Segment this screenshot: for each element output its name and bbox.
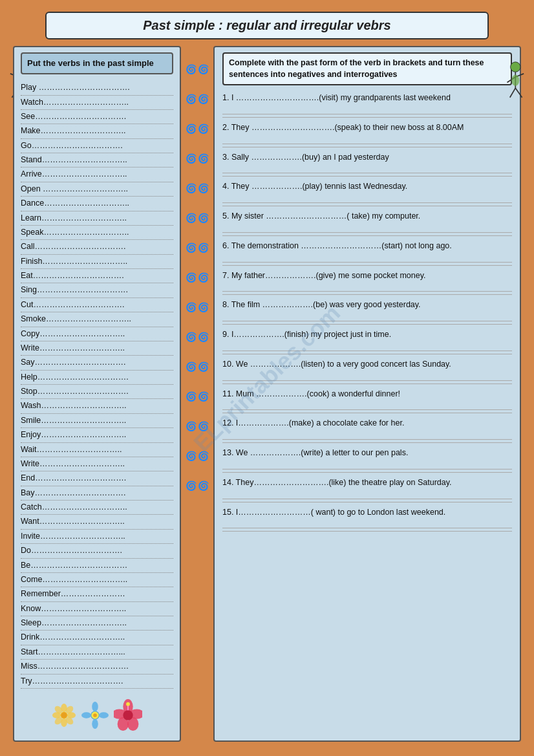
sentence-text: 8. The film ……………….(be) was very good ye…: [222, 299, 512, 311]
verb-list-item: Call…………………………….: [21, 240, 173, 254]
blank-line: [222, 194, 512, 203]
verb-list-item: Do…………………………….: [21, 544, 173, 558]
spiral-icon: 🌀: [198, 124, 209, 134]
sentence-item: 14. They……………………….(like) the theatre pla…: [222, 477, 512, 502]
verb-list-item: Write…………………………..: [21, 341, 173, 356]
sentence-text: 14. They……………………….(like) the theatre pla…: [222, 477, 512, 489]
svg-point-30: [93, 713, 97, 717]
sentence-text: 11. Mum ……………….(cook) a wonderful dinner…: [222, 388, 512, 400]
spiral-icon: 🌀: [186, 391, 197, 402]
verb-list: Play …………………………….Watch…………………………..See…………: [21, 81, 173, 689]
spiral-pair: 🌀🌀: [186, 302, 209, 312]
spiral-icon: 🌀: [198, 362, 209, 372]
spiral-icon: 🌀: [198, 213, 209, 223]
spiral-icon: 🌀: [186, 183, 197, 193]
sentence-text: 6. The demonstration …………………………(start) n…: [222, 240, 512, 252]
spiral-pair: 🌀🌀: [186, 362, 209, 372]
blank-line: [222, 490, 512, 499]
spiral-icon: 🌀: [198, 332, 209, 342]
verb-list-item: Try…………………………….: [21, 675, 173, 689]
verb-list-item: Catch…………………………..: [21, 501, 173, 515]
spiral-icon: 🌀: [198, 183, 209, 193]
spiral-icon: 🌀: [186, 213, 197, 223]
blank-line: [222, 312, 512, 321]
sentence-item: 12. I……………….(make) a chocolate cake for …: [222, 417, 512, 443]
verb-list-item: Drink…………………………..: [21, 631, 173, 645]
spiral-icon: 🌀: [186, 272, 197, 283]
verb-list-item: Enjoy…………………………..: [21, 428, 173, 442]
verb-list-item: Bay…………………………….: [21, 486, 173, 501]
verb-list-item: Wait…………………………..: [21, 443, 173, 457]
sentence-text: 4. They ……………….(play) tennis last Wednes…: [222, 180, 512, 193]
sentence-text: 2. They ………………………….(speak) to their new …: [222, 122, 512, 134]
spiral-pair: 🌀🌀: [186, 64, 209, 74]
spiral-icon: 🌀: [198, 94, 209, 104]
verb-list-item: Sleep…………………………..: [21, 616, 173, 631]
spiral-pair: 🌀🌀: [186, 153, 209, 164]
verb-list-item: Come…………………………..: [21, 573, 173, 587]
verb-list-item: Stand…………………………..: [21, 153, 173, 167]
verb-list-item: Arrive…………………………..: [21, 167, 173, 182]
verb-list-item: Say…………………………….: [21, 356, 173, 370]
spiral-pair: 🌀🌀: [186, 421, 209, 431]
verb-list-item: Be………………………………: [21, 559, 173, 573]
svg-point-38: [126, 702, 130, 706]
sentence-item: 7. My father……………….(give) me some pocket…: [222, 270, 512, 296]
verb-list-item: Start…………………………...: [21, 645, 173, 660]
spiral-icon: 🌀: [198, 391, 209, 402]
svg-point-36: [123, 710, 133, 720]
sentence-text: 5. My sister …………………………( take) my comput…: [222, 210, 512, 222]
sentence-list: 1. I ………………………….(visit) my grandparents …: [222, 92, 512, 532]
verb-list-item: End…………………………….: [21, 471, 173, 486]
blank-line: [222, 372, 512, 381]
sentence-item: 3. Sally ……………….(buy) an I pad yesterday: [222, 151, 512, 177]
spiral-icon: 🌀: [198, 272, 209, 283]
verb-list-item: Finish…………………………..: [21, 255, 173, 269]
spiral-pair: 🌀🌀: [186, 391, 209, 402]
blank-line: [222, 519, 512, 528]
verb-list-item: Cut…………………………….: [21, 298, 173, 312]
verb-list-item: Write…………………………..: [21, 457, 173, 471]
verb-list-item: Learn…………………………..: [21, 211, 173, 226]
sentence-text: 9. I……………….(finish) my project just in t…: [222, 329, 512, 341]
spiral-icon: 🌀: [198, 451, 209, 461]
page-wrapper: Past simple : regular and irregular vebr…: [0, 0, 534, 756]
svg-point-7: [511, 62, 520, 72]
blank-line: [222, 401, 512, 410]
verb-list-item: Miss…………………………….: [21, 660, 173, 674]
blank-line: [222, 431, 512, 440]
spiral-pair: 🌀🌀: [186, 183, 209, 193]
sentence-item: 1. I ………………………….(visit) my grandparents …: [222, 92, 512, 118]
verb-list-item: Make…………………………..: [21, 124, 173, 138]
right-instruction: Complete with the past form of the verb …: [222, 52, 512, 85]
spiral-pair: 🌀🌀: [186, 451, 209, 461]
verb-list-item: Know…………………………..: [21, 602, 173, 616]
verb-list-item: Sing…………………………….: [21, 283, 173, 297]
sentence-text: 15. I………………………( want) to go to London la…: [222, 506, 512, 519]
blank-line: [222, 254, 512, 263]
blank-line: [222, 224, 512, 233]
spiral-pair: 🌀🌀: [186, 94, 209, 104]
verb-list-item: Invite…………………………..: [21, 530, 173, 544]
middle-column: 🌀🌀🌀🌀🌀🌀🌀🌀🌀🌀🌀🌀🌀🌀🌀🌀🌀🌀🌀🌀🌀🌀🌀🌀🌀🌀🌀🌀🌀🌀: [181, 46, 213, 742]
verb-list-item: Remember……………………: [21, 587, 173, 601]
sentence-text: 7. My father……………….(give) me some pocket…: [222, 270, 512, 282]
spiral-pair: 🌀🌀: [186, 272, 209, 283]
spiral-icon: 🌀: [198, 421, 209, 431]
svg-line-11: [510, 88, 516, 98]
spiral-icon: 🌀: [198, 481, 209, 491]
verb-list-item: Want…………………………..: [21, 515, 173, 529]
blank-line: [222, 342, 512, 351]
svg-point-23: [61, 712, 67, 718]
spiral-icon: 🌀: [186, 362, 197, 372]
spiral-icon: 🌀: [186, 64, 197, 74]
svg-point-27: [81, 712, 91, 718]
verb-list-item: Eat…………………………….: [21, 269, 173, 283]
verb-list-item: See…………………………….: [21, 110, 173, 124]
spiral-pair: 🌀🌀: [186, 332, 209, 342]
sentence-text: 13. We ……………….(write) a letter to our pe…: [222, 447, 512, 459]
sentence-text: 12. I……………….(make) a chocolate cake for …: [222, 417, 512, 429]
right-column: Complete with the past form of the verb …: [213, 46, 521, 742]
verb-list-item: Help…………………………….: [21, 371, 173, 385]
verb-list-item: Smoke…………………………..: [21, 312, 173, 327]
